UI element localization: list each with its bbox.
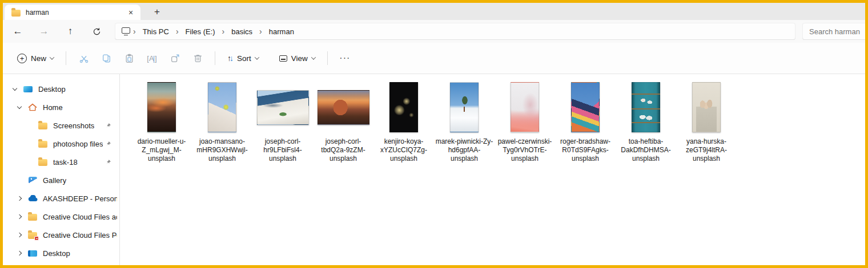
sidebar-item-photoshop-files[interactable]: photoshop files [5, 135, 117, 153]
file-name: toa-heftiba-DakDfhDHMSA-unsplash [617, 137, 676, 163]
view-icon [279, 55, 287, 62]
sidebar-item-gallery[interactable]: Gallery [5, 171, 117, 189]
file-thumbnail [692, 82, 721, 132]
chevron-right-icon [17, 214, 22, 219]
file-name: dario-mueller-u-Z_mLgwj_M-unsplash [132, 137, 191, 163]
sidebar-item-label: Creative Cloud Files Person [43, 231, 117, 239]
trash-icon [193, 54, 203, 63]
view-button[interactable]: View [273, 50, 322, 67]
breadcrumb-this-pc[interactable]: This PC [138, 27, 174, 36]
more-options-button[interactable]: ··· [333, 48, 356, 68]
share-icon [170, 54, 180, 63]
new-button[interactable]: + New [11, 50, 60, 67]
desktop-icon [26, 250, 39, 257]
ellipsis-icon: ··· [339, 53, 350, 63]
search-input[interactable] [809, 27, 868, 36]
copy-button[interactable] [95, 48, 118, 68]
sidebar-item-label: Screenshots [53, 121, 94, 130]
refresh-button[interactable] [87, 23, 106, 40]
sidebar-item-task-18[interactable]: task-18 [5, 153, 117, 171]
breadcrumb-separator: › [220, 27, 227, 36]
rename-button[interactable]: [A|] [140, 48, 163, 68]
sidebar-item-desktop[interactable]: Desktop [5, 80, 117, 98]
close-tab-icon[interactable]: × [126, 7, 136, 18]
chevron-down-icon [311, 55, 316, 59]
file-name: joao-mansano-mHR9GXHWwjl-unsplash [193, 137, 252, 163]
sidebar-item-label: AKASHDEEP - Personal [43, 194, 117, 203]
breadcrumb-drive[interactable]: Files (E:) [180, 27, 220, 36]
breadcrumb-separator: › [131, 27, 138, 36]
address-bar[interactable]: › This PC › Files (E:) › basics › harman [115, 23, 795, 40]
file-item[interactable]: yana-hurska-zeGT9j4ltRA-unsplash [676, 81, 737, 163]
sidebar-item-onedrive-personal[interactable]: AKASHDEEP - Personal [5, 189, 117, 208]
expand-toggle[interactable] [14, 251, 25, 255]
forward-button[interactable]: → [35, 23, 53, 40]
file-item[interactable]: marek-piwnicki-Zy-hd6gpfAA-unsplash [434, 81, 495, 163]
tab-bar: harman × + [3, 3, 865, 20]
onedrive-cloud-icon [26, 195, 39, 202]
file-thumbnail [571, 82, 600, 132]
up-button[interactable]: ↑ [61, 23, 79, 40]
breadcrumb-separator: › [258, 27, 264, 36]
sidebar-item-desktop-2[interactable]: Desktop [5, 244, 117, 262]
expand-toggle[interactable] [14, 106, 25, 108]
sidebar-item-screenshots[interactable]: Screenshots [5, 116, 117, 135]
file-item[interactable]: pawel-czerwinski-Tyg0rVhOTrE-unsplash [495, 81, 555, 163]
chevron-down-icon [13, 86, 17, 91]
rename-icon: [A|] [147, 54, 156, 63]
sidebar-item-creative-cloud-files-personal[interactable]: Creative Cloud Files Person [5, 226, 117, 244]
pin-icon [105, 159, 111, 167]
file-item[interactable]: roger-bradshaw-R0TdS9FAgks-unsplash [555, 81, 616, 163]
navigation-bar: ← → ↑ › This PC › Files (E:) › basics › … [3, 20, 865, 43]
chevron-right-icon [17, 196, 22, 201]
refresh-icon [93, 27, 101, 36]
new-label: New [31, 54, 46, 63]
file-name: joseph-corl-tbdQ2a-9zZM-unsplash [314, 137, 373, 163]
file-item[interactable]: joseph-corl-tbdQ2a-9zZM-unsplash [313, 81, 373, 163]
toolbar-divider [327, 51, 328, 65]
sidebar-item-label: Desktop [43, 249, 70, 258]
clipboard-icon [124, 54, 134, 63]
file-item[interactable]: joao-mansano-mHR9GXHWwjl-unsplash [192, 81, 252, 163]
file-name: marek-piwnicki-Zy-hd6gpfAA-unsplash [435, 137, 494, 163]
new-tab-button[interactable]: + [150, 5, 164, 19]
file-thumbnail [318, 90, 369, 125]
chevron-down-icon [17, 104, 22, 109]
file-name: roger-bradshaw-R0TdS9FAgks-unsplash [556, 137, 615, 163]
tab-harman[interactable]: harman × [5, 5, 140, 20]
file-item[interactable]: toa-heftiba-DakDfhDHMSA-unsplash [616, 81, 676, 163]
file-thumbnail [389, 82, 418, 132]
sidebar-item-label: Home [43, 103, 63, 112]
breadcrumb-harman[interactable]: harman [264, 27, 299, 36]
search-box[interactable] [802, 23, 868, 40]
delete-button[interactable] [186, 48, 209, 68]
sort-arrows-icon: ↑↓ [227, 54, 232, 63]
scissors-icon [79, 54, 89, 63]
expand-toggle[interactable] [14, 215, 25, 218]
file-item[interactable]: dario-mueller-u-Z_mLgwj_M-unsplash [131, 81, 192, 163]
sidebar-item-home[interactable]: Home [5, 98, 117, 116]
breadcrumb-basics[interactable]: basics [226, 27, 258, 36]
this-pc-monitor-icon [122, 27, 130, 34]
pin-icon [105, 122, 111, 131]
file-thumbnail [208, 82, 236, 132]
file-list: dario-mueller-u-Z_mLgwj_M-unsplash joao-… [120, 74, 865, 265]
content-area: Desktop Home Screenshots photoshop files [3, 74, 865, 265]
cut-button[interactable] [72, 48, 95, 68]
back-button[interactable]: ← [9, 23, 27, 40]
gallery-icon [26, 177, 39, 184]
share-button[interactable] [163, 48, 186, 68]
sidebar-item-label: Gallery [43, 176, 66, 185]
expand-toggle[interactable] [10, 88, 20, 90]
sort-button[interactable]: ↑↓ Sort [221, 50, 265, 67]
file-item[interactable]: joseph-corl-hr9LFbiFsl4-unsplash [252, 81, 313, 163]
sidebar-item-creative-cloud-files-academ[interactable]: Creative Cloud Files academ [5, 208, 117, 226]
expand-toggle[interactable] [14, 197, 25, 200]
file-thumbnail [147, 82, 176, 132]
folder-icon [26, 213, 39, 221]
expand-toggle[interactable] [14, 233, 25, 237]
paste-button[interactable] [118, 48, 140, 68]
file-item[interactable]: kenjiro-koya-xYZUcCIQ7Zg-unsplash [373, 81, 434, 163]
sidebar-item-label: task-18 [53, 158, 78, 167]
file-name: yana-hurska-zeGT9j4ltRA-unsplash [677, 137, 736, 163]
